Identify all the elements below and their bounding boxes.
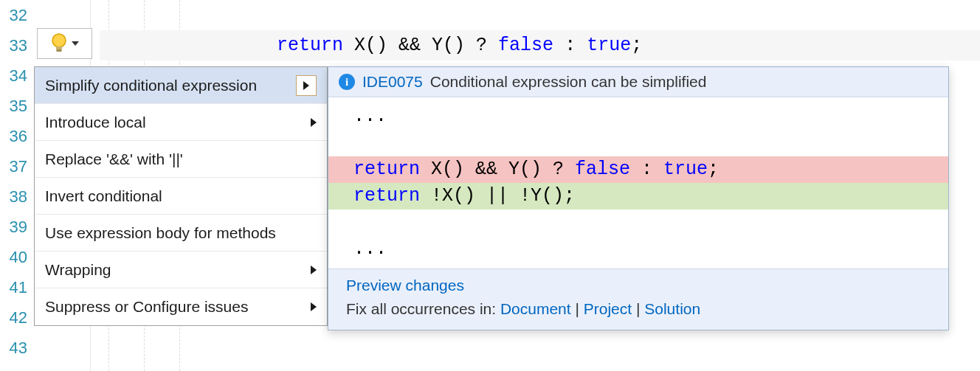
diagnostic-id[interactable]: IDE0075 bbox=[362, 73, 423, 91]
preview-body: ... return X() && Y() ? false : true; re… bbox=[328, 97, 948, 268]
menu-item-suppress-configure[interactable]: Suppress or Configure issues bbox=[35, 288, 327, 325]
literal-true: true bbox=[587, 35, 631, 56]
lightbulb-icon bbox=[51, 33, 67, 54]
keyword-return: return bbox=[277, 35, 343, 56]
fix-document-link[interactable]: Document bbox=[500, 300, 571, 317]
line-number: 36 bbox=[0, 121, 33, 151]
chevron-right-icon bbox=[303, 81, 309, 90]
menu-item-label: Invert conditional bbox=[45, 187, 162, 205]
fix-solution-link[interactable]: Solution bbox=[644, 300, 700, 317]
svg-rect-2 bbox=[56, 49, 61, 52]
line-number: 35 bbox=[0, 91, 33, 121]
svg-point-0 bbox=[52, 34, 66, 47]
preview-changes-link[interactable]: Preview changes bbox=[346, 277, 464, 294]
menu-item-replace-and-or[interactable]: Replace '&&' with '||' bbox=[35, 141, 327, 178]
line-number: 42 bbox=[0, 302, 33, 333]
menu-item-label: Introduce local bbox=[45, 114, 146, 131]
ellipsis: ... bbox=[328, 103, 948, 130]
line-number: 43 bbox=[0, 333, 33, 363]
code-indent bbox=[100, 35, 277, 56]
preview-footer: Preview changes Fix all occurrences in: … bbox=[328, 268, 948, 330]
submenu-expander[interactable] bbox=[296, 75, 317, 96]
code-text: ; bbox=[631, 35, 642, 56]
menu-item-expression-body[interactable]: Use expression body for methods bbox=[35, 215, 327, 252]
code-area[interactable]: return X() && Y() ? false : true; bbox=[100, 0, 980, 60]
separator: | bbox=[575, 300, 583, 317]
line-number: 34 bbox=[0, 60, 33, 91]
menu-item-label: Use expression body for methods bbox=[45, 224, 276, 242]
quick-actions-menu: Simplify conditional expression Introduc… bbox=[34, 66, 328, 326]
menu-item-simplify-conditional[interactable]: Simplify conditional expression bbox=[35, 67, 327, 104]
chevron-down-icon bbox=[72, 41, 79, 46]
ellipsis: ... bbox=[328, 236, 948, 263]
literal-true: true bbox=[663, 159, 708, 180]
menu-item-introduce-local[interactable]: Introduce local bbox=[35, 104, 327, 141]
line-number: 39 bbox=[0, 212, 33, 242]
diff-added-line: return !X() || !Y(); bbox=[328, 183, 948, 209]
line-number: 38 bbox=[0, 181, 33, 212]
keyword-return: return bbox=[353, 159, 420, 180]
literal-false: false bbox=[575, 159, 630, 180]
menu-item-invert-conditional[interactable]: Invert conditional bbox=[35, 178, 327, 215]
svg-rect-1 bbox=[56, 46, 62, 49]
lightbulb-button[interactable] bbox=[37, 28, 92, 59]
diagnostic-message: Conditional expression can be simplified bbox=[430, 73, 707, 91]
fix-project-link[interactable]: Project bbox=[584, 300, 632, 317]
code-text: X() && Y() ? bbox=[420, 159, 575, 180]
menu-item-wrapping[interactable]: Wrapping bbox=[35, 252, 327, 288]
line-number-gutter: 32 33 34 35 36 37 38 39 40 41 42 43 bbox=[0, 0, 33, 371]
code-line[interactable] bbox=[100, 0, 980, 30]
chevron-right-icon bbox=[311, 302, 317, 311]
code-line-current[interactable]: return X() && Y() ? false : true; bbox=[100, 30, 980, 60]
line-number: 37 bbox=[0, 151, 33, 181]
code-text: : bbox=[630, 159, 663, 180]
menu-item-label: Simplify conditional expression bbox=[45, 77, 257, 94]
code-text: : bbox=[553, 35, 587, 56]
line-number: 32 bbox=[0, 0, 33, 30]
code-editor: 32 33 34 35 36 37 38 39 40 41 42 43 retu… bbox=[0, 0, 980, 371]
menu-item-label: Wrapping bbox=[45, 261, 111, 279]
line-number: 33 bbox=[0, 30, 33, 60]
preview-header: i IDE0075 Conditional expression can be … bbox=[328, 67, 948, 97]
line-number: 41 bbox=[0, 272, 33, 302]
separator: | bbox=[636, 300, 644, 317]
blank-line bbox=[328, 209, 948, 236]
chevron-right-icon bbox=[311, 266, 317, 274]
code-text: !X() || !Y(); bbox=[420, 185, 575, 207]
code-text: ; bbox=[708, 159, 719, 180]
fix-all-label: Fix all occurrences in: bbox=[346, 300, 500, 317]
literal-false: false bbox=[498, 35, 553, 56]
code-text: X() && Y() ? bbox=[343, 35, 498, 56]
blank-line bbox=[328, 130, 948, 156]
info-icon: i bbox=[339, 74, 355, 90]
line-number: 40 bbox=[0, 242, 33, 272]
diff-removed-line: return X() && Y() ? false : true; bbox=[328, 156, 948, 183]
menu-item-label: Suppress or Configure issues bbox=[45, 298, 248, 316]
code-fix-preview: i IDE0075 Conditional expression can be … bbox=[328, 66, 949, 330]
menu-item-label: Replace '&&' with '||' bbox=[45, 150, 183, 168]
chevron-right-icon bbox=[311, 118, 317, 127]
keyword-return: return bbox=[353, 185, 420, 207]
